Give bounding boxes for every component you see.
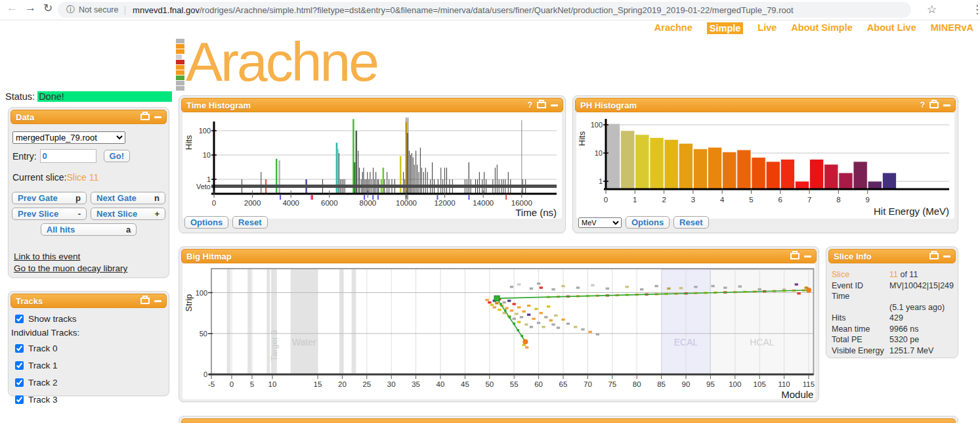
svg-text:10000: 10000 — [396, 199, 417, 207]
entry-label: Entry: — [12, 151, 37, 162]
svg-text:Water: Water — [292, 337, 316, 347]
bookmark-star-icon[interactable]: ☆ — [927, 3, 937, 16]
track-row: Track 2 — [12, 376, 169, 389]
forward-icon[interactable]: → — [25, 1, 36, 14]
svg-text:Time (ns): Time (ns) — [515, 207, 557, 218]
track-row: Track 1 — [12, 359, 169, 372]
current-slice-label: Current slice: — [12, 172, 66, 183]
svg-text:115: 115 — [803, 380, 815, 388]
visible-energy-row: Visible Energy1251.7 MeV — [832, 345, 955, 357]
collapse-icon[interactable] — [943, 104, 950, 106]
svg-text:100: 100 — [196, 289, 207, 297]
svg-text:6: 6 — [778, 196, 782, 204]
logo-title: Arachne — [186, 36, 377, 87]
back-icon[interactable]: ← — [7, 1, 18, 14]
go-button[interactable]: Go! — [104, 150, 130, 162]
ph-reset-button[interactable]: Reset — [673, 216, 708, 229]
address-bar[interactable]: ⓘ Not secure | mnvevd1.fnal.gov/rodriges… — [58, 2, 911, 18]
nav-link-live[interactable]: Live — [757, 22, 777, 34]
time-histogram-chart[interactable]: 100101VetoHits02000400060008000100001200… — [182, 112, 562, 219]
menu-dots-icon[interactable]: ⋮ — [971, 3, 980, 16]
svg-text:110: 110 — [778, 380, 790, 388]
status-badge: Done! — [37, 91, 172, 102]
time-reset-button[interactable]: Reset — [232, 216, 267, 229]
svg-text:8000: 8000 — [360, 199, 377, 207]
info-icon[interactable]: ⓘ — [66, 4, 75, 16]
svg-text:10: 10 — [595, 149, 603, 157]
prev-gate-button[interactable]: Prev Gatep — [12, 192, 87, 204]
entry-input[interactable] — [40, 149, 96, 163]
next-gate-button[interactable]: Next Gaten — [91, 192, 165, 204]
svg-text:6000: 6000 — [321, 199, 338, 207]
time-histogram-header: Time Histogram ? — [181, 98, 563, 112]
print-icon[interactable] — [929, 253, 939, 259]
slice-info-panel: Slice Info Slice 11 of 11 Event IDMV|100… — [826, 246, 958, 358]
file-select[interactable]: mergedTuple_79.root — [12, 131, 125, 144]
svg-text:16000: 16000 — [511, 199, 532, 207]
nav-link-about-live[interactable]: About Live — [867, 22, 916, 34]
all-hits-button[interactable]: All hitsa — [41, 223, 137, 236]
big-hitmap-title: Big Hitmap — [186, 252, 232, 261]
svg-text:4000: 4000 — [282, 199, 299, 207]
nav-link-simple[interactable]: Simple — [707, 22, 744, 34]
nav-link-arachne[interactable]: Arachne — [654, 22, 692, 34]
big-hitmap-chart[interactable]: Target 3WaterECALHCAL050100Strip-5051015… — [182, 263, 817, 399]
time-histogram-panel: Time Histogram ? 100101VetoHits020004000… — [179, 95, 566, 233]
track-0-checkbox[interactable] — [15, 344, 24, 353]
svg-text:8: 8 — [836, 196, 840, 204]
browser-toolbar: ← → ↻ ⓘ Not secure | mnvevd1.fnal.gov/ro… — [0, 0, 980, 20]
slice-row: Slice 11 of 11 — [832, 269, 955, 280]
collapse-icon[interactable] — [943, 256, 950, 257]
collapse-icon[interactable] — [804, 256, 811, 257]
help-icon[interactable]: ? — [920, 100, 925, 110]
print-icon[interactable] — [537, 102, 546, 108]
svg-text:7: 7 — [807, 196, 811, 204]
print-icon[interactable] — [140, 298, 150, 304]
show-tracks-checkbox[interactable] — [15, 315, 24, 323]
collapse-icon[interactable] — [154, 300, 161, 302]
svg-text:5: 5 — [749, 196, 753, 204]
svg-text:Module: Module — [781, 389, 813, 399]
svg-text:4: 4 — [720, 196, 725, 204]
svg-text:Veto: Veto — [196, 183, 211, 190]
svg-text:70: 70 — [584, 380, 592, 388]
nav-link-minerva[interactable]: MINERvA — [931, 22, 973, 34]
svg-text:Hits: Hits — [577, 131, 587, 146]
track-2-checkbox[interactable] — [15, 378, 24, 387]
ph-histogram-header: PH Histogram ? — [575, 98, 956, 112]
hit-maps-panel: Hit Maps — [179, 416, 958, 423]
time-options-button[interactable]: Options — [184, 216, 228, 229]
ph-histogram-chart[interactable]: 100101Hits0123456789Hit Energy (MeV) — [576, 112, 954, 219]
svg-text:30: 30 — [387, 380, 396, 388]
track-1-checkbox[interactable] — [15, 361, 24, 370]
address-separator: | — [123, 5, 126, 15]
svg-text:10: 10 — [203, 151, 211, 159]
collapse-icon[interactable] — [154, 116, 161, 118]
unit-select[interactable]: MeV — [578, 217, 622, 228]
svg-text:50: 50 — [485, 380, 494, 388]
svg-text:25: 25 — [362, 380, 371, 388]
next-slice-button[interactable]: Next Slice+ — [91, 208, 165, 220]
reload-icon[interactable]: ↻ — [43, 1, 53, 15]
link-to-event[interactable]: Link to this event — [14, 252, 127, 261]
print-icon[interactable] — [790, 253, 799, 259]
svg-text:HCAL: HCAL — [750, 337, 775, 347]
tracks-panel-header: Tracks — [11, 294, 167, 308]
collapse-icon[interactable] — [551, 104, 558, 106]
hit-maps-header: Hit Maps — [181, 418, 956, 423]
link-muon-decay-library[interactable]: Go to the muon decay library — [14, 263, 127, 273]
data-panel-header: Data — [11, 110, 167, 124]
track-3-checkbox[interactable] — [15, 395, 24, 404]
hit-maps-title: Hit Maps — [186, 421, 222, 423]
svg-text:Hits: Hits — [184, 135, 194, 150]
show-tracks-row: Show tracks — [12, 313, 169, 325]
print-icon[interactable] — [140, 114, 150, 120]
help-icon[interactable]: ? — [528, 100, 532, 110]
prev-slice-button[interactable]: Prev Slice- — [12, 208, 87, 220]
nav-link-about-simple[interactable]: About Simple — [791, 22, 852, 34]
status-label: Status: — [5, 91, 35, 102]
print-icon[interactable] — [929, 102, 939, 108]
ph-options-button[interactable]: Options — [626, 216, 670, 229]
svg-text:2000: 2000 — [244, 199, 261, 207]
big-hitmap-panel: Big Hitmap Target 3WaterECALHCAL050100St… — [179, 246, 819, 402]
